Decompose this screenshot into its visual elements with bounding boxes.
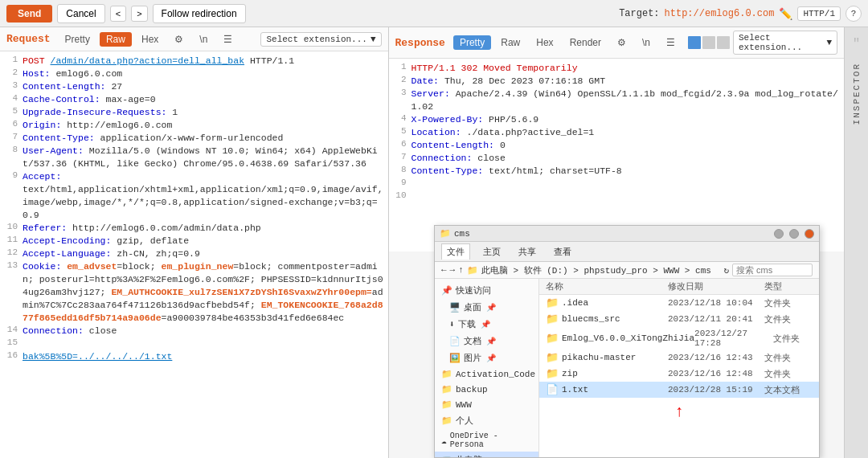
tab-newline-response[interactable]: \n: [636, 35, 657, 50]
sidebar-item-personal[interactable]: 📁个人: [435, 412, 538, 429]
col-type: 类型: [764, 280, 813, 292]
cancel-button[interactable]: Cancel: [57, 4, 104, 23]
response-container: Response Pretty Raw Hex Render ⚙ \n ☰ Se…: [389, 27, 845, 458]
file-date-pikachu: 2023/12/16 12:43: [668, 353, 764, 362]
fe-forward-btn[interactable]: →: [450, 265, 456, 275]
file-explorer: 📁 cms 文件 主页 共享 查看 ← →: [434, 225, 820, 458]
tab-newline-request[interactable]: \n: [193, 32, 214, 47]
code-line-5: 5 Upgrade-Insecure-Requests: 1: [0, 106, 388, 119]
file-type-bluecms: 文件夹: [764, 313, 813, 325]
file-type-idea: 文件夹: [764, 297, 813, 309]
follow-redirect-button[interactable]: Follow redirection: [153, 4, 246, 23]
code-line-10: 10 Referer: http://emlog6.0.com/admin/da…: [0, 222, 388, 235]
folder-icon-pikachu: 📁: [546, 351, 559, 364]
sidebar-item-thispc[interactable]: 💻此电脑: [435, 452, 538, 457]
view-icon-2[interactable]: [702, 36, 715, 49]
edit-target-button[interactable]: ✏️: [779, 7, 792, 20]
send-button[interactable]: Send: [6, 5, 52, 22]
sidebar-item-documents[interactable]: 📄文档📌: [435, 333, 538, 350]
resp-line-6: 6 Content-Length: 0: [389, 139, 845, 152]
fe-refresh-btn[interactable]: ↻: [723, 265, 729, 276]
code-line-13: 13 Cookie: em_advset=block; em_plugin_ne…: [0, 260, 388, 325]
fe-body: 📌快速访问 🖥️桌面📌 ⬇️下载📌 📄文档📌 🖼️图片📌: [435, 279, 819, 457]
select-extension-response[interactable]: Select extension... ▼: [733, 31, 837, 55]
request-code-area[interactable]: 1 POST /admin/data.php?action=dell_all_b…: [0, 51, 388, 458]
code-line-9b: text/html,application/xhtml+xml,applicat…: [0, 183, 388, 222]
fe-tab-view[interactable]: 查看: [549, 244, 576, 260]
resp-line-7: 7 Connection: close: [389, 152, 845, 165]
resp-line-2: 2 Date: Thu, 28 Dec 2023 07:16:18 GMT: [389, 75, 845, 88]
sidebar-item-pictures[interactable]: 🖼️图片📌: [435, 350, 538, 366]
help-button[interactable]: ?: [845, 6, 862, 22]
file-row-idea[interactable]: 📁 .idea 2023/12/18 10:04 文件夹: [539, 295, 819, 311]
tab-raw-request[interactable]: Raw: [100, 32, 132, 47]
tab-pretty-response[interactable]: Pretty: [453, 35, 491, 50]
fe-addressbar[interactable]: ← → ↑ 📁 此电脑 > 软件 (D:) > phpstudy_pro > W…: [435, 262, 819, 279]
file-type-1txt: 文本文档: [764, 384, 813, 396]
file-name-idea: .idea: [562, 298, 668, 308]
file-row-zip[interactable]: 📁 zip 2023/12/16 12:48 文件夹: [539, 366, 819, 382]
fe-up-btn[interactable]: ↑: [458, 265, 464, 275]
file-icon-1txt: 📄: [546, 383, 559, 396]
tab-hex-response[interactable]: Hex: [530, 35, 559, 50]
resp-line-3: 3 Server: Apache/2.4.39 (Win64) OpenSSL/…: [389, 88, 845, 113]
sidebar-item-backup[interactable]: 📁backup: [435, 382, 538, 397]
file-date-emlog: 2023/12/27 17:28: [694, 329, 773, 348]
view-icon-1[interactable]: [688, 36, 701, 49]
target-label: Target:: [619, 8, 659, 19]
folder-icon-zip: 📁: [546, 367, 559, 380]
sidebar-item-onedrive[interactable]: ☁️OneDrive - Persona: [435, 429, 538, 452]
fe-back-btn[interactable]: ←: [441, 265, 447, 275]
request-panel-title: Request: [6, 33, 51, 45]
file-row-bluecms[interactable]: 📁 bluecms_src 2023/12/11 20:41 文件夹: [539, 311, 819, 327]
resp-line-8: 8 Content-Type: text/html; charset=UTF-8: [389, 165, 845, 178]
tab-settings-request[interactable]: ⚙: [168, 32, 190, 47]
fe-title-icon: 📁: [440, 228, 451, 239]
file-row-pikachu[interactable]: 📁 pikachu-master 2023/12/16 12:43 文件夹: [539, 350, 819, 366]
fe-maximize-btn[interactable]: [789, 229, 799, 239]
fe-address-text: 此电脑 > 软件 (D:) > phpstudy_pro > WWW > cms: [481, 264, 711, 276]
arrow-container: ↑: [539, 398, 819, 426]
tab-menu-request[interactable]: ☰: [217, 32, 239, 47]
file-type-pikachu: 文件夹: [764, 352, 813, 364]
fe-tab-share[interactable]: 共享: [514, 244, 541, 260]
tab-pretty-request[interactable]: Pretty: [59, 32, 96, 47]
folder-icon-emlog: 📁: [546, 332, 559, 345]
fe-column-header: 名称 修改日期 类型: [539, 279, 819, 295]
sidebar-item-activation[interactable]: 📁Activation_Code: [435, 366, 538, 382]
code-line-6: 6 Origin: http://emlog6.0.com: [0, 119, 388, 132]
code-line-12: 12 Accept-Language: zh-CN, zh;q=0.9: [0, 247, 388, 260]
resp-line-9: 9: [389, 178, 845, 190]
nav-back-button[interactable]: <: [110, 6, 126, 22]
response-panel-title: Response: [395, 37, 445, 49]
response-code-area[interactable]: 1 HTTP/1.1 302 Moved Temporarily 2 Date:…: [389, 59, 845, 251]
fe-search-input[interactable]: [732, 264, 813, 276]
fe-close-btn[interactable]: [805, 229, 814, 239]
sidebar-item-quickaccess[interactable]: 📌快速访问: [435, 282, 538, 299]
nav-forward-button[interactable]: >: [131, 6, 147, 22]
select-extension-request[interactable]: Select extension... ▼: [260, 32, 381, 47]
tab-settings-response[interactable]: ⚙: [611, 35, 633, 50]
code-line-14: 14 Connection: close: [0, 325, 388, 337]
fe-tab-file[interactable]: 文件: [441, 243, 470, 260]
code-line-9: 9 Accept:: [0, 170, 388, 183]
fe-tab-home[interactable]: 主页: [478, 244, 506, 260]
col-date: 修改日期: [668, 280, 764, 292]
tab-hex-request[interactable]: Hex: [135, 32, 165, 47]
tab-menu-response[interactable]: ☰: [660, 35, 682, 50]
sidebar-item-desktop[interactable]: 🖥️桌面📌: [435, 299, 538, 316]
target-url: http://emlog6.0.com: [665, 8, 775, 19]
file-date-zip: 2023/12/16 12:48: [668, 369, 764, 378]
code-line-2: 2 Host: emlog6.0.com: [0, 67, 388, 80]
sidebar-item-downloads[interactable]: ⬇️下载📌: [435, 316, 538, 333]
view-icon-3[interactable]: [717, 36, 730, 49]
fe-minimize-btn[interactable]: [774, 229, 784, 239]
file-date-idea: 2023/12/18 10:04: [668, 298, 764, 308]
select-extension-response-arrow: ▼: [826, 38, 832, 47]
tab-render-response[interactable]: Render: [563, 35, 608, 50]
tab-raw-response[interactable]: Raw: [494, 35, 526, 50]
code-line-4: 4 Cache-Control: max-age=0: [0, 93, 388, 106]
file-row-1txt[interactable]: 📄 1.txt 2023/12/28 15:19 文本文档: [539, 382, 819, 398]
sidebar-item-www[interactable]: 📁WWW: [435, 397, 538, 412]
file-row-emlog[interactable]: 📁 Emlog_V6.0.0_XiTongZhiJia 2023/12/27 1…: [539, 327, 819, 350]
